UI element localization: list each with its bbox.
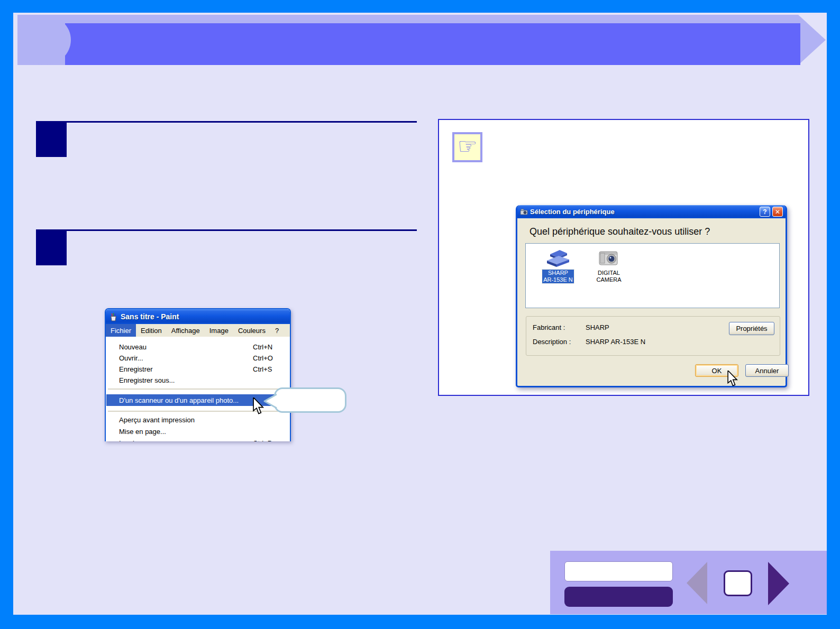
menu-image[interactable]: Image [205,324,233,337]
menu-item-shortcut: Ctrl+P [253,439,272,441]
manicule-glyph: ☞ [458,135,478,158]
menu-item-label: Ouvrir... [119,354,143,362]
scanner-icon [546,247,570,269]
menu-item-enregistrer-sous[interactable]: Enregistrer sous... [106,375,289,386]
menu-item-enregistrer[interactable]: Enregistrer Ctrl+S [106,364,289,375]
device-label-line1: SHARP [543,270,573,276]
menu-item-shortcut: Ctrl+N [253,343,272,351]
manufacturer-value: SHARP [586,323,609,331]
menu-item-label: Mise en page... [119,428,166,436]
dialog-title: Sélection du périphérique [530,208,757,216]
section-1-marker [36,121,67,157]
device-info-group: Fabricant : SHARP Description : SHARP AR… [526,316,780,356]
section-2-marker [36,229,67,265]
previous-page-arrow[interactable] [687,562,707,604]
description-label: Description : [533,338,571,346]
menu-item-imprimer[interactable]: Imprimer... Ctrl+P [106,438,289,441]
menu-item-label: Enregistrer sous... [119,376,175,384]
device-item-digital-camera[interactable]: DIGITAL CAMERA [588,247,629,283]
menu-item-mise-en-page[interactable]: Mise en page... [106,426,289,437]
nav-text-box[interactable] [564,561,673,581]
description-value: SHARP AR-153E N [586,338,645,346]
paint-app-icon [109,312,118,321]
slide-frame: ☞ Sélection du périphérique ? ✕ Quel pér… [0,0,840,629]
menu-fichier[interactable]: Fichier [106,324,136,337]
nav-action-button[interactable] [564,587,673,607]
paint-window: Sans titre - Paint Fichier Edition Affic… [105,308,291,441]
section-2-rule [67,229,417,231]
callout-bubble [274,387,346,413]
next-page-arrow[interactable] [768,562,789,605]
dialog-close-button[interactable]: ✕ [772,207,783,217]
dialog-titlebar-icon [520,208,528,215]
paint-menubar: Fichier Edition Affichage Image Couleurs… [106,324,290,337]
menu-item-ouvrir[interactable]: Ouvrir... Ctrl+O [106,353,289,364]
menu-affichage[interactable]: Affichage [167,324,205,337]
properties-button[interactable]: Propriétés [729,322,774,335]
device-label-sharp: SHARP AR-153E N [542,270,574,283]
paint-titlebar: Sans titre - Paint [106,309,290,324]
menu-item-label: Imprimer... [119,439,151,441]
banner-bar [65,23,800,65]
section-1-rule [67,121,417,123]
dialog-heading: Quel périphérique souhaitez-vous utilise… [529,226,710,237]
device-label-line2: AR-153E N [543,276,573,283]
menu-edition[interactable]: Edition [136,324,167,337]
menu-item-shortcut: Ctrl+S [253,365,272,373]
device-label-line2: CAMERA [596,276,621,283]
banner-circle [18,15,71,65]
device-listbox: SHARP AR-153E N DIGITAL CAMERA [525,243,780,308]
menu-separator [108,388,288,390]
navigation-panel [550,551,827,614]
menu-item-apercu[interactable]: Aperçu avant impression [106,414,289,426]
pointing-hand-icon: ☞ [452,132,482,162]
callout-tail [263,393,278,409]
menu-help[interactable]: ? [270,324,284,337]
menu-item-label: Nouveau [119,343,147,351]
mouse-cursor-menu [252,397,264,415]
mouse-cursor-ok [727,371,738,387]
menu-item-shortcut: Ctrl+O [253,354,273,362]
dialog-help-button[interactable]: ? [760,207,770,217]
camera-icon [597,247,620,269]
cancel-button[interactable]: Annuler [745,364,789,377]
device-item-sharp-scanner[interactable]: SHARP AR-153E N [537,247,579,283]
menu-item-label: Enregistrer [119,365,153,373]
manufacturer-label: Fabricant : [533,323,565,331]
menu-couleurs[interactable]: Couleurs [233,324,270,337]
paint-window-title: Sans titre - Paint [121,312,287,321]
menu-item-nouveau[interactable]: Nouveau Ctrl+N [106,341,289,353]
dialog-titlebar: Sélection du périphérique ? ✕ [517,205,786,218]
menu-item-label: D'un scanneur ou d'un appareil photo... [119,396,239,404]
device-label-camera: DIGITAL CAMERA [596,270,621,283]
device-label-line1: DIGITAL [596,270,621,276]
device-selection-dialog: Sélection du périphérique ? ✕ Quel périp… [516,205,787,387]
page-number-box[interactable] [724,570,752,596]
menu-item-label: Aperçu avant impression [119,416,195,424]
